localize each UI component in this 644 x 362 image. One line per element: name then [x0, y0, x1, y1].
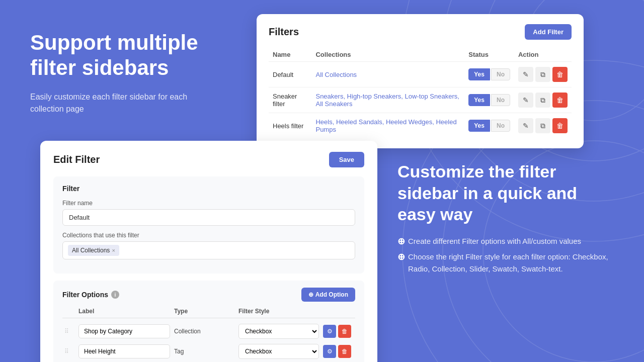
delete-button[interactable]: 🗑: [552, 118, 568, 133]
all-collections-tag: All Collections ×: [68, 245, 119, 256]
table-row: Heels filter Heels, Heeled Sandals, Heel…: [269, 113, 572, 139]
col-collections: Collections: [311, 48, 464, 62]
filter-name-group: Filter name: [62, 200, 355, 226]
col-name: Name: [269, 48, 311, 62]
hero-right-point-2: ⊕ Choose the right Filter style for each…: [397, 251, 614, 275]
edit-button[interactable]: ✎: [518, 93, 533, 108]
hero-right-point-1: ⊕ Create different Filter options with A…: [397, 235, 614, 248]
drag-handle[interactable]: ⠿: [64, 328, 74, 335]
option-settings-button[interactable]: ⚙: [323, 325, 336, 338]
add-filter-button[interactable]: Add Filter: [525, 24, 572, 40]
status-yes-button[interactable]: Yes: [468, 68, 490, 80]
save-button[interactable]: Save: [329, 152, 364, 167]
filter-row-collections: Sneakers, High-top Sneakers, Low-top Sne…: [311, 87, 464, 113]
filters-card: Filters Add Filter Name Collections Stat…: [257, 14, 584, 148]
filter-section-label: Filter: [62, 185, 355, 193]
filter-style-select[interactable]: CheckboxRadioCollectionSliderSwatchSwatc…: [238, 324, 319, 339]
status-no-button[interactable]: No: [491, 94, 510, 106]
tag-close-icon[interactable]: ×: [112, 247, 115, 253]
copy-button[interactable]: ⧉: [535, 67, 550, 82]
delete-button[interactable]: 🗑: [552, 93, 568, 108]
edit-filter-card: Edit Filter Save Filter Filter name Coll…: [40, 141, 377, 362]
status-yes-button[interactable]: Yes: [468, 120, 490, 132]
filters-table-body: Default All Collections Yes No ✎ ⧉ 🗑 Sne…: [269, 62, 572, 139]
filter-row-actions: ✎ ⧉ 🗑: [514, 87, 572, 113]
filter-name-label: Filter name: [62, 200, 355, 207]
filter-row-collections: All Collections: [311, 62, 464, 87]
edit-filter-header: Edit Filter Save: [53, 152, 364, 167]
filter-style-select[interactable]: CheckboxRadioCollectionSliderSwatchSwatc…: [238, 344, 319, 359]
col-action: Action: [514, 48, 572, 62]
status-yes-button[interactable]: Yes: [468, 94, 490, 106]
filter-options-title: Filter Options i: [62, 291, 119, 299]
edit-filter-title: Edit Filter: [53, 154, 100, 165]
hero-left-title: Support multiple filter sidebars: [30, 30, 221, 81]
option-row: ⠿ Collection CheckboxRadioCollectionSlid…: [62, 321, 355, 341]
filter-row-status: Yes No: [464, 113, 514, 139]
hero-left-subtitle: Easily customize each filter sidebar for…: [30, 91, 221, 115]
collections-group: Collections that use this filter All Col…: [62, 232, 355, 259]
table-row: Default All Collections Yes No ✎ ⧉ 🗑: [269, 62, 572, 87]
option-settings-button[interactable]: ⚙: [323, 345, 336, 358]
filter-section: Filter Filter name Collections that use …: [53, 176, 364, 274]
option-delete-button[interactable]: 🗑: [338, 345, 351, 358]
copy-button[interactable]: ⧉: [535, 93, 550, 108]
filter-row-name: Heels filter: [269, 113, 311, 139]
options-rows: ⠿ Collection CheckboxRadioCollectionSlid…: [62, 321, 355, 362]
plus-icon-1: ⊕: [397, 235, 405, 248]
options-table-header: Label Type Filter Style: [62, 308, 355, 318]
options-col-type: Type: [174, 308, 234, 315]
drag-handle[interactable]: ⠿: [64, 348, 74, 355]
option-type: Collection: [174, 328, 234, 335]
hero-right-points: ⊕ Create different Filter options with A…: [397, 235, 614, 275]
plus-icon: ⊕: [308, 291, 313, 298]
filter-row-status: Yes No: [464, 87, 514, 113]
copy-button[interactable]: ⧉: [535, 118, 550, 133]
collections-tags-input[interactable]: All Collections ×: [62, 241, 355, 259]
option-label-input[interactable]: [78, 324, 170, 338]
filter-options-section: Filter Options i ⊕ Add Option Label Type…: [53, 281, 364, 362]
hero-left-section: Support multiple filter sidebars Easily …: [30, 30, 221, 115]
col-status: Status: [464, 48, 514, 62]
filters-table-head: Name Collections Status Action: [269, 48, 572, 62]
option-delete-button[interactable]: 🗑: [338, 325, 351, 338]
status-no-button[interactable]: No: [491, 68, 510, 80]
options-col-label: Label: [78, 308, 170, 315]
filters-table-header-row: Name Collections Status Action: [269, 48, 572, 62]
option-row: ⠿ Tag CheckboxRadioCollectionSliderSwatc…: [62, 341, 355, 361]
collections-label: Collections that use this filter: [62, 232, 355, 239]
info-icon: i: [111, 291, 119, 299]
option-label-input[interactable]: [78, 344, 170, 358]
status-no-button[interactable]: No: [491, 120, 510, 132]
filter-name-input[interactable]: [62, 209, 355, 226]
filter-row-name: Sneaker filter: [269, 87, 311, 113]
hero-right-title: Customize the filter sidebar in a quick …: [397, 161, 614, 225]
options-col-style: Filter Style: [238, 308, 319, 315]
filter-options-header: Filter Options i ⊕ Add Option: [62, 288, 355, 302]
filters-card-header: Filters Add Filter: [269, 24, 572, 40]
filter-row-actions: ✎ ⧉ 🗑: [514, 113, 572, 139]
filter-row-status: Yes No: [464, 62, 514, 87]
edit-button[interactable]: ✎: [518, 67, 533, 82]
plus-icon-2: ⊕: [397, 251, 405, 263]
table-row: Sneaker filter Sneakers, High-top Sneake…: [269, 87, 572, 113]
filter-row-actions: ✎ ⧉ 🗑: [514, 62, 572, 87]
edit-button[interactable]: ✎: [518, 118, 533, 133]
add-option-button[interactable]: ⊕ Add Option: [301, 288, 355, 302]
delete-button[interactable]: 🗑: [552, 67, 568, 82]
filters-table: Name Collections Status Action Default A…: [269, 48, 572, 138]
filter-row-collections: Heels, Heeled Sandals, Heeled Wedges, He…: [311, 113, 464, 139]
option-type: Tag: [174, 348, 234, 355]
filter-row-name: Default: [269, 62, 311, 87]
hero-right-section: Customize the filter sidebar in a quick …: [397, 161, 614, 278]
filters-card-title: Filters: [269, 26, 299, 38]
